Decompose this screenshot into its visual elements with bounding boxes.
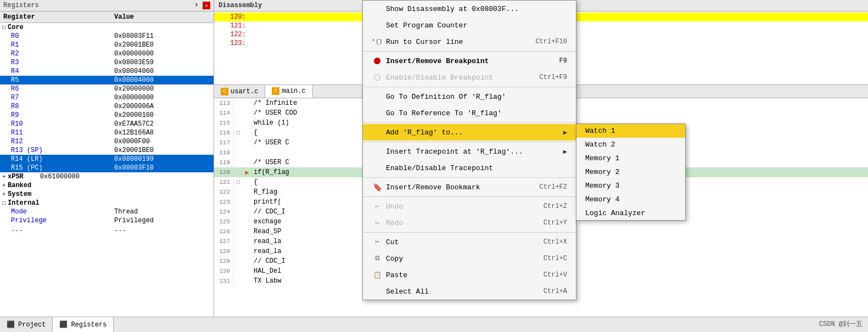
ctx-icon-addto [372, 127, 383, 138]
ctx-icon-paste: 📋 [372, 269, 383, 280]
submenu-logic-analyzer[interactable]: Logic Analyzer [576, 206, 685, 220]
ctx-sep-2 [363, 87, 576, 87]
ctx-sep-7 [363, 232, 576, 233]
context-menu: Show Disassembly at 0x08003F... Set Prog… [362, 0, 576, 300]
ctx-tracepoint[interactable]: Insert Tracepoint at 'R_flag'... ▶ [363, 143, 576, 160]
ctx-set-pc[interactable]: Set Program Counter [363, 17, 576, 33]
ctx-enable-trace[interactable]: Enable/Disable Tracepoint [363, 160, 576, 176]
submenu-watch2[interactable]: Watch 2 [576, 138, 685, 151]
ctx-icon-enabletrace [372, 162, 383, 173]
add-rflag-submenu: Watch 1 Watch 2 Memory 1 Memory 2 Memory… [576, 123, 686, 221]
ctx-icon-bp [372, 55, 383, 66]
ctx-icon-bookmark: 🔖 [372, 182, 383, 193]
ctx-icon-disasm [372, 3, 383, 14]
ctx-goto-def[interactable]: Go To Definition Of 'R_flag' [363, 88, 576, 105]
submenu-watch1[interactable]: Watch 1 [576, 124, 685, 138]
ctx-icon-copy: ⧉ [372, 253, 383, 264]
ctx-paste[interactable]: 📋 Paste Ctrl+V [363, 267, 576, 283]
ctx-enable-bp: Enable/Disable Breakpoint Ctrl+F9 [363, 69, 576, 86]
ctx-icon-runcursor: *{} [372, 36, 383, 47]
ctx-icon-gotoref [372, 108, 383, 119]
submenu-memory4[interactable]: Memory 4 [576, 193, 685, 206]
submenu-memory3[interactable]: Memory 3 [576, 179, 685, 193]
ctx-icon-setpc [372, 20, 383, 31]
ctx-sep-1 [363, 51, 576, 52]
ctx-icon-enablebp [372, 72, 383, 83]
ctx-icon-redo: ↪ [372, 217, 383, 228]
ctx-icon-cut: ✂ [372, 237, 383, 247]
ctx-undo: ↩ Undo Ctrl+Z [363, 198, 576, 215]
context-menu-overlay[interactable]: Show Disassembly at 0x08003F... Set Prog… [0, 0, 868, 332]
ctx-icon-gotodef [372, 91, 383, 102]
submenu-memory1[interactable]: Memory 1 [576, 151, 685, 165]
ctx-redo: ↪ Redo Ctrl+Y [363, 215, 576, 231]
submenu-memory2[interactable]: Memory 2 [576, 165, 685, 179]
ctx-run-cursor[interactable]: *{}Run to Cursor line Ctrl+F10 [363, 33, 576, 50]
ctx-add-to[interactable]: Add 'R_flag' to... ▶ Watch 1 Watch 2 Mem… [363, 124, 576, 140]
ctx-icon-undo: ↩ [372, 201, 383, 212]
ctx-sep-5 [363, 177, 576, 178]
watermark: CSDN @刘一五 [819, 319, 863, 329]
ctx-select-all[interactable]: Select All Ctrl+A [363, 283, 576, 300]
ctx-bookmark[interactable]: 🔖 Insert/Remove Bookmark Ctrl+F2 [363, 179, 576, 195]
ctx-icon-trace [372, 146, 383, 157]
ctx-breakpoint[interactable]: Insert/Remove Breakpoint F9 [363, 53, 576, 69]
ctx-copy[interactable]: ⧉ Copy Ctrl+C [363, 250, 576, 267]
ctx-icon-selectall [372, 286, 383, 297]
ctx-show-disassembly[interactable]: Show Disassembly at 0x08003F... [363, 1, 576, 17]
ctx-goto-ref[interactable]: Go To Reference To 'R_flag' [363, 105, 576, 121]
ctx-sep-3 [363, 122, 576, 123]
ctx-sep-6 [363, 196, 576, 197]
ctx-sep-4 [363, 142, 576, 142]
ctx-cut[interactable]: ✂ Cut Ctrl+X [363, 234, 576, 250]
